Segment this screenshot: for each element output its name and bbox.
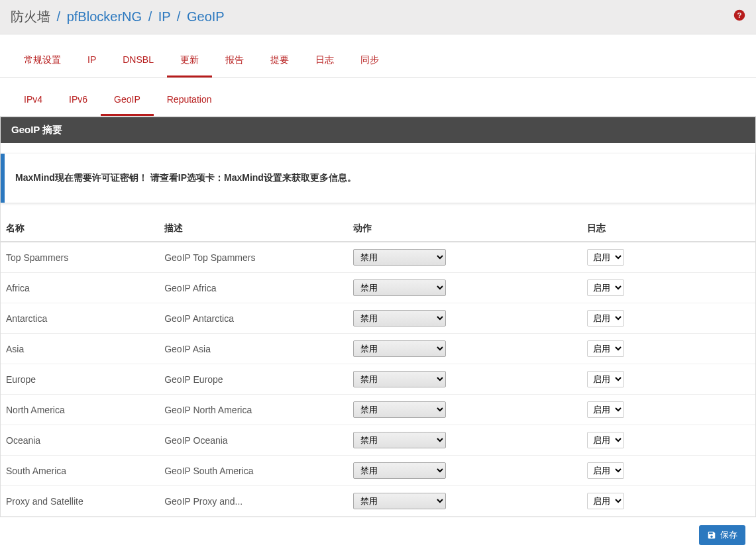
action-select[interactable]: 禁用 [353,279,446,296]
breadcrumb-part-1[interactable]: IP [158,9,171,24]
cell-name: Top Spammers [1,242,159,273]
cell-name: South America [1,456,159,486]
cell-desc: GeoIP Europe [159,364,348,395]
tab-报告[interactable]: 报告 [212,45,257,77]
log-select[interactable]: 启用 [587,432,624,448]
log-select[interactable]: 启用 [587,401,624,418]
cell-desc: GeoIP Asia [159,334,348,364]
tab-日志[interactable]: 日志 [302,45,347,77]
cell-desc: GeoIP Antarctica [159,303,348,334]
page-header: 防火墙 / pfBlockerNG / IP / GeoIP ? [0,0,756,34]
geoip-panel: GeoIP 摘要 MaxMind现在需要许可证密钥！ 请查看IP选项卡：MaxM… [0,117,756,517]
table-row: Top SpammersGeoIP Top Spammers禁用启用 [1,242,755,273]
table-row: OceaniaGeoIP Oceania禁用启用 [1,425,755,456]
action-select[interactable]: 禁用 [353,310,446,327]
cell-name: Antarctica [1,303,159,334]
panel-body: MaxMind现在需要许可证密钥！ 请查看IP选项卡：MaxMind设置来获取更… [1,154,755,517]
cell-log: 启用 [582,395,755,425]
cell-name: North America [1,395,159,425]
log-select[interactable]: 启用 [587,340,624,357]
action-select[interactable]: 禁用 [353,432,446,448]
tab-更新[interactable]: 更新 [167,45,212,77]
cell-log: 启用 [582,456,755,486]
subtab-IPv4[interactable]: IPv4 [11,85,56,116]
cell-log: 启用 [582,425,755,456]
breadcrumb-sep: / [177,9,181,24]
breadcrumb-part-0[interactable]: pfBlockerNG [67,9,142,24]
breadcrumb: 防火墙 / pfBlockerNG / IP / GeoIP [11,8,225,26]
cell-action: 禁用 [348,456,582,486]
breadcrumb-sep: / [148,9,152,24]
cell-desc: GeoIP Proxy and... [159,486,348,517]
cell-action: 禁用 [348,425,582,456]
cell-action: 禁用 [348,242,582,273]
cell-desc: GeoIP North America [159,395,348,425]
action-select[interactable]: 禁用 [353,340,446,357]
table-row: Proxy and SatelliteGeoIP Proxy and...禁用启… [1,486,755,517]
cell-name: Oceania [1,425,159,456]
save-icon [707,530,716,540]
action-select[interactable]: 禁用 [353,401,446,418]
tab-IP[interactable]: IP [74,45,109,77]
cell-log: 启用 [582,486,755,517]
table-header-row: 名称 描述 动作 日志 [1,216,755,242]
info-message: MaxMind现在需要许可证密钥！ 请查看IP选项卡：MaxMind设置来获取更… [1,154,755,203]
cell-desc: GeoIP Oceania [159,425,348,456]
cell-action: 禁用 [348,395,582,425]
tab-同步[interactable]: 同步 [347,45,392,77]
tab-DNSBL[interactable]: DNSBL [109,45,167,77]
breadcrumb-sep: / [57,9,61,24]
cell-desc: GeoIP South America [159,456,348,486]
log-select[interactable]: 启用 [587,371,624,387]
th-log: 日志 [582,216,755,242]
th-desc: 描述 [159,216,348,242]
cell-desc: GeoIP Africa [159,273,348,303]
table-row: AsiaGeoIP Asia禁用启用 [1,334,755,364]
action-select[interactable]: 禁用 [353,493,446,509]
cell-desc: GeoIP Top Spammers [159,242,348,273]
tab-常规设置[interactable]: 常规设置 [11,45,74,77]
th-action: 动作 [348,216,582,242]
log-select[interactable]: 启用 [587,462,624,479]
footer-actions: 保存 [0,517,756,553]
th-name: 名称 [1,216,159,242]
action-select[interactable]: 禁用 [353,371,446,387]
panel-title: GeoIP 摘要 [1,117,755,143]
cell-log: 启用 [582,303,755,334]
action-select[interactable]: 禁用 [353,249,446,266]
subtab-IPv6[interactable]: IPv6 [56,85,101,116]
cell-name: Proxy and Satellite [1,486,159,517]
table-row: North AmericaGeoIP North America禁用启用 [1,395,755,425]
svg-text:?: ? [737,11,742,19]
main-tabs: 常规设置IPDNSBL更新报告提要日志同步 [0,45,756,78]
geoip-table: 名称 描述 动作 日志 Top SpammersGeoIP Top Spamme… [1,216,755,517]
cell-name: Asia [1,334,159,364]
subtab-GeoIP[interactable]: GeoIP [101,85,154,116]
save-button-label: 保存 [720,529,737,541]
tab-提要[interactable]: 提要 [257,45,302,77]
cell-log: 启用 [582,273,755,303]
log-select[interactable]: 启用 [587,310,624,327]
table-row: EuropeGeoIP Europe禁用启用 [1,364,755,395]
subtab-Reputation[interactable]: Reputation [154,85,225,116]
cell-name: Africa [1,273,159,303]
cell-log: 启用 [582,334,755,364]
breadcrumb-root: 防火墙 [11,9,50,24]
sub-tabs: IPv4IPv6GeoIPReputation [0,85,756,117]
cell-log: 启用 [582,364,755,395]
save-button[interactable]: 保存 [699,525,745,545]
cell-action: 禁用 [348,486,582,517]
breadcrumb-part-2[interactable]: GeoIP [187,9,225,24]
log-select[interactable]: 启用 [587,249,624,266]
table-row: AntarcticaGeoIP Antarctica禁用启用 [1,303,755,334]
cell-action: 禁用 [348,334,582,364]
cell-log: 启用 [582,242,755,273]
cell-action: 禁用 [348,273,582,303]
table-row: South AmericaGeoIP South America禁用启用 [1,456,755,486]
cell-action: 禁用 [348,364,582,395]
help-icon[interactable]: ? [733,9,745,25]
action-select[interactable]: 禁用 [353,462,446,479]
log-select[interactable]: 启用 [587,279,624,296]
table-row: AfricaGeoIP Africa禁用启用 [1,273,755,303]
log-select[interactable]: 启用 [587,493,624,509]
